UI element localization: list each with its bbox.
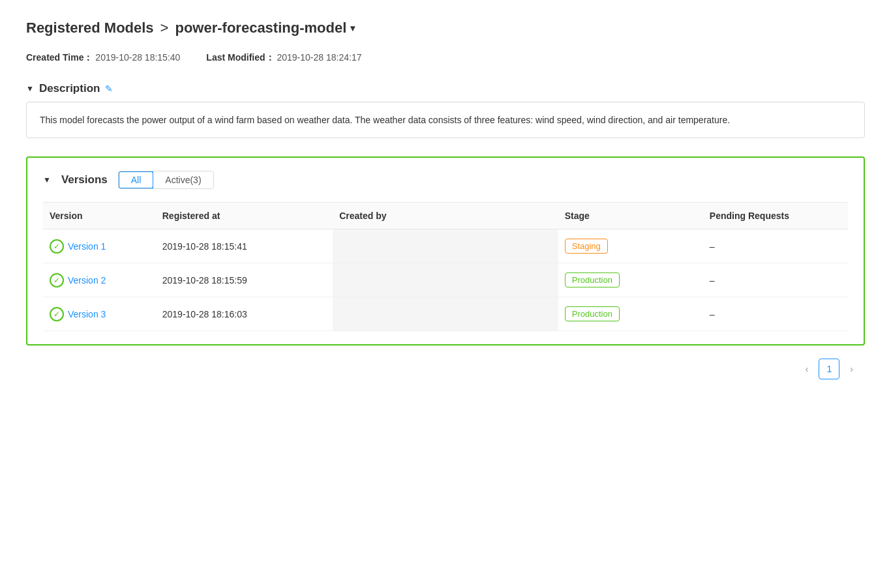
created-by-cell-3	[333, 297, 558, 331]
last-modified-label: Last Modified：	[206, 52, 274, 63]
versions-header: ▼ Versions All Active(3)	[43, 171, 848, 189]
stage-badge-3: Production	[565, 306, 620, 321]
description-collapse-arrow[interactable]: ▼	[26, 84, 34, 93]
description-edit-icon[interactable]: ✎	[105, 83, 113, 94]
table-row: ✓ Version 1 2019-10-28 18:15:41Staging–	[43, 229, 848, 263]
pagination: ‹ 1 ›	[26, 359, 865, 379]
version-cell-2: ✓ Version 2	[43, 263, 156, 297]
last-modified: Last Modified： 2019-10-28 18:24:17	[206, 52, 361, 64]
registered-at-cell-2: 2019-10-28 18:15:59	[156, 263, 333, 297]
created-by-cell-1	[333, 229, 558, 263]
table-row: ✓ Version 2 2019-10-28 18:15:59Productio…	[43, 263, 848, 297]
breadcrumb: Registered Models > power-forecasting-mo…	[26, 20, 865, 37]
registered-at-cell-3: 2019-10-28 18:16:03	[156, 297, 333, 331]
prev-page-button[interactable]: ‹	[800, 361, 814, 377]
next-page-button[interactable]: ›	[845, 361, 858, 377]
breadcrumb-separator: >	[160, 20, 169, 37]
versions-container: ▼ Versions All Active(3) Version Registe…	[26, 156, 865, 345]
description-title: Description	[39, 82, 100, 95]
tab-all[interactable]: All	[118, 171, 155, 189]
version-link-1[interactable]: Version 1	[68, 241, 106, 252]
version-cell-1: ✓ Version 1	[43, 229, 156, 263]
tab-active[interactable]: Active(3)	[153, 171, 213, 188]
pending-cell-2: –	[703, 263, 848, 297]
created-by-cell-2	[333, 263, 558, 297]
description-text: This model forecasts the power output of…	[40, 115, 730, 125]
versions-title: Versions	[61, 173, 108, 186]
col-header-pending: Pending Requests	[703, 203, 848, 229]
registered-at-cell-1: 2019-10-28 18:15:41	[156, 229, 333, 263]
stage-cell-3: Production	[558, 297, 703, 331]
created-time-value: 2019-10-28 18:15:40	[95, 52, 180, 63]
metadata-row: Created Time： 2019-10-28 18:15:40 Last M…	[26, 52, 865, 64]
last-modified-value: 2019-10-28 18:24:17	[277, 52, 361, 63]
stage-badge-1: Staging	[565, 239, 608, 254]
created-time: Created Time： 2019-10-28 18:15:40	[26, 52, 180, 64]
current-page[interactable]: 1	[819, 359, 839, 379]
version-check-icon-1: ✓	[50, 239, 64, 254]
stage-badge-2: Production	[565, 272, 620, 287]
registered-models-link[interactable]: Registered Models	[26, 20, 154, 37]
version-cell-3: ✓ Version 3	[43, 297, 156, 331]
model-name: power-forecasting-model ▾	[175, 20, 355, 37]
version-link-3[interactable]: Version 3	[68, 309, 106, 319]
version-check-icon-3: ✓	[50, 307, 64, 321]
pending-cell-3: –	[703, 297, 848, 331]
versions-table: Version Registered at Created by Stage P…	[43, 202, 848, 331]
pending-cell-1: –	[703, 229, 848, 263]
stage-cell-1: Staging	[558, 229, 703, 263]
table-row: ✓ Version 3 2019-10-28 18:16:03Productio…	[43, 297, 848, 331]
col-header-version: Version	[43, 203, 156, 229]
col-header-stage: Stage	[558, 203, 703, 229]
versions-tab-group: All Active(3)	[118, 171, 214, 189]
stage-cell-2: Production	[558, 263, 703, 297]
table-header-row: Version Registered at Created by Stage P…	[43, 203, 848, 229]
description-section-header: ▼ Description ✎	[26, 82, 865, 95]
col-header-created: Created by	[333, 203, 558, 229]
col-header-registered: Registered at	[156, 203, 333, 229]
version-check-icon-2: ✓	[50, 273, 64, 287]
version-link-2[interactable]: Version 2	[68, 275, 106, 286]
created-time-label: Created Time：	[26, 52, 93, 63]
description-box: This model forecasts the power output of…	[26, 102, 865, 138]
model-dropdown-icon[interactable]: ▾	[350, 23, 355, 33]
versions-collapse-arrow[interactable]: ▼	[43, 175, 51, 184]
